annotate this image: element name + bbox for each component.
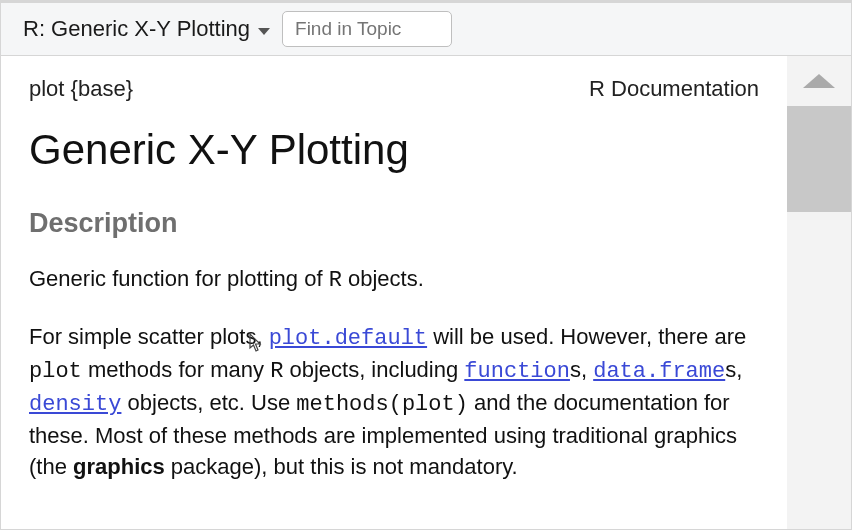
code-plot: plot [29,359,82,384]
topic-dropdown-label: R: Generic X-Y Plotting [23,16,250,42]
description-paragraph-2: For simple scatter plots, plot.default w… [29,321,759,483]
text: s, [725,357,742,382]
text: package), but this is not mandatory. [165,454,518,479]
help-content: plot {base} R Documentation Generic X-Y … [1,56,787,529]
text: objects, including [283,357,464,382]
text: Generic function for plotting of [29,266,329,291]
section-description-heading: Description [29,208,759,239]
doc-type-label: R Documentation [589,76,759,102]
text: methods for many [82,357,270,382]
doc-topic-package: plot {base} [29,76,133,102]
link-data-frame[interactable]: data.frame [593,359,725,384]
scrollbar[interactable] [787,56,851,529]
page-title: Generic X-Y Plotting [29,126,759,174]
toolbar: R: Generic X-Y Plotting [1,3,851,56]
topic-dropdown[interactable]: R: Generic X-Y Plotting [23,16,270,42]
description-paragraph-1: Generic function for plotting of R objec… [29,263,759,296]
bold-graphics: graphics [73,454,165,479]
text: objects, etc. Use [121,390,296,415]
scroll-track[interactable] [787,212,851,529]
text: will be used. However, there are [427,324,746,349]
doc-header: plot {base} R Documentation [29,76,759,102]
scroll-up-button[interactable] [787,56,851,106]
text: objects. [342,266,424,291]
link-plot-default[interactable]: plot.default [269,326,427,351]
code-R: R [270,359,283,384]
find-in-topic-input[interactable] [282,11,452,47]
code-methods-plot: methods(plot) [296,392,468,417]
content-wrap: plot {base} R Documentation Generic X-Y … [1,56,851,529]
chevron-down-icon [258,28,270,35]
text: s, [570,357,593,382]
code-R: R [329,268,342,293]
chevron-up-icon [803,74,835,88]
scroll-thumb[interactable] [787,106,851,212]
help-window: R: Generic X-Y Plotting plot {base} R Do… [0,0,852,530]
text: For simple scatter plots, [29,324,269,349]
link-density[interactable]: density [29,392,121,417]
link-function[interactable]: function [464,359,570,384]
